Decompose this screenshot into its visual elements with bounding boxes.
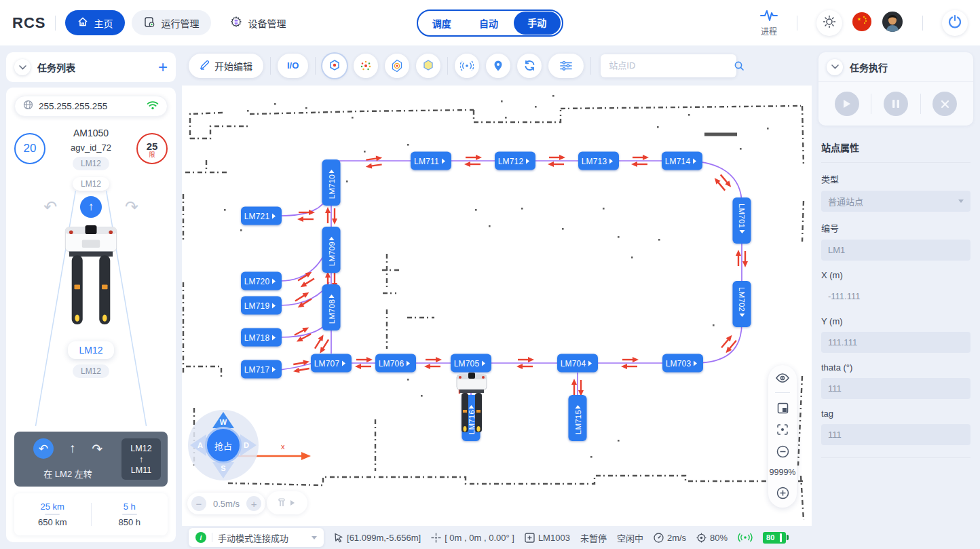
- map-canvas[interactable]: x LM710LM711LM712LM713LM714LM701LM702LM7…: [182, 86, 812, 526]
- field-x: X (m) -111.111: [821, 270, 970, 307]
- station-LM712[interactable]: LM712: [495, 152, 535, 170]
- agv-robot-marker[interactable]: [456, 371, 487, 441]
- layer-rings-button[interactable]: [385, 54, 409, 78]
- forward-button[interactable]: ↑: [80, 196, 102, 218]
- minimap-button[interactable]: [777, 402, 789, 414]
- task-list-panel: 任务列表 + 255.255.255.255 20 AM1050 agv_id_…: [0, 45, 182, 549]
- turn-right-icon[interactable]: ↷: [125, 199, 138, 215]
- station-LM715[interactable]: LM715: [569, 395, 587, 441]
- joystick-up-button[interactable]: W: [212, 412, 234, 428]
- station-search-input[interactable]: [609, 60, 728, 71]
- chevron-down-icon: [19, 65, 26, 70]
- joystick-left-button[interactable]: A: [190, 434, 206, 456]
- sun-icon: [823, 15, 836, 31]
- collapse-button[interactable]: [827, 59, 843, 75]
- zoom-out-button[interactable]: [776, 445, 789, 458]
- turn-left-icon[interactable]: ↶: [43, 199, 57, 215]
- station-LM720[interactable]: LM720: [241, 272, 282, 290]
- theme-button[interactable]: [816, 10, 842, 36]
- nav-item-devices[interactable]: 设备管理: [218, 10, 298, 35]
- field-y: Y (m) 111.111: [821, 316, 970, 353]
- field-code: 编号 LM1: [821, 221, 970, 261]
- station-LM719[interactable]: LM719: [241, 297, 282, 315]
- vehicle-info-row: 20 AM1050 agv_id_72 LM12 25限: [14, 128, 168, 170]
- process-button[interactable]: 进程: [760, 10, 778, 37]
- cancel-button[interactable]: [932, 92, 957, 116]
- station-LM713[interactable]: LM713: [578, 152, 619, 170]
- zoom-in-button[interactable]: [776, 487, 789, 499]
- layer-zones-button[interactable]: [416, 54, 440, 78]
- station-LM706[interactable]: LM706: [375, 354, 416, 373]
- station-LM717[interactable]: LM717: [241, 360, 282, 379]
- collapse-button[interactable]: [14, 59, 31, 75]
- visibility-button[interactable]: [776, 373, 789, 383]
- language-flag[interactable]: [852, 12, 872, 35]
- station-LM705[interactable]: LM705: [451, 354, 491, 373]
- speed-increase-button[interactable]: +: [246, 496, 261, 511]
- io-button[interactable]: I/O: [278, 54, 308, 78]
- station-LM703[interactable]: LM703: [662, 354, 703, 373]
- station-LM714[interactable]: LM714: [662, 152, 702, 170]
- current-station: LM1003: [525, 533, 570, 543]
- user-avatar[interactable]: [882, 11, 903, 35]
- play-icon: [842, 99, 851, 109]
- manual-joystick[interactable]: W A S D 抢占: [188, 410, 259, 480]
- station-LM702[interactable]: LM702: [733, 281, 751, 327]
- mode-option-dispatch[interactable]: 调度: [418, 16, 465, 30]
- joystick-right-button[interactable]: D: [240, 434, 257, 456]
- speed-decrease-button[interactable]: −: [191, 496, 206, 511]
- divider: [55, 16, 56, 31]
- refresh-button[interactable]: [517, 54, 542, 78]
- station-LM708[interactable]: LM708: [322, 284, 341, 330]
- station-LM707[interactable]: LM707: [311, 354, 352, 373]
- station-LM704[interactable]: LM704: [557, 354, 598, 373]
- tag-input[interactable]: 111: [821, 424, 970, 445]
- vehicle-card[interactable]: 255.255.255.255 20 AM1050 agv_id_72 LM12…: [6, 88, 176, 542]
- type-select[interactable]: 普通站点: [821, 191, 970, 212]
- start-edit-button[interactable]: 开始编辑: [189, 54, 263, 78]
- lidar-button[interactable]: [455, 54, 479, 78]
- mode-message-select[interactable]: i 手动模式连接成功: [189, 528, 324, 547]
- station-LM721[interactable]: LM721: [241, 207, 282, 225]
- layer-stations-button[interactable]: [322, 54, 347, 78]
- station-LM718[interactable]: LM718: [241, 328, 282, 347]
- vehicle-ip-field[interactable]: 255.255.255.255: [14, 96, 168, 117]
- axis-x-label: x: [281, 442, 285, 451]
- nav-item-operations[interactable]: 运行管理: [132, 10, 211, 35]
- mode-option-auto[interactable]: 自动: [465, 16, 512, 30]
- add-task-button[interactable]: +: [158, 60, 168, 74]
- play-button[interactable]: [835, 92, 859, 116]
- fork-control[interactable]: [267, 491, 307, 514]
- pencil-icon: [200, 60, 210, 72]
- layer-points-button[interactable]: [354, 54, 378, 78]
- power-button[interactable]: [942, 10, 968, 36]
- pause-button[interactable]: [884, 92, 908, 116]
- locate-button[interactable]: [486, 54, 510, 78]
- cursor-icon: [334, 533, 343, 543]
- station-LM710[interactable]: LM710: [322, 159, 341, 206]
- speed-indicator: 20: [14, 133, 45, 164]
- y-input[interactable]: 111.111: [821, 332, 970, 353]
- yellow-hexagon-icon: [421, 59, 435, 73]
- code-input[interactable]: LM1: [821, 240, 970, 261]
- robot-pose: [ 0m , 0m , 0.00° ]: [431, 533, 514, 543]
- theta-input[interactable]: 111: [821, 378, 970, 399]
- search-icon[interactable]: [734, 60, 745, 71]
- joystick-seize-button[interactable]: 抢占: [205, 427, 242, 463]
- nav-item-home[interactable]: 主页: [65, 10, 125, 35]
- turn-left-active-icon: ↶: [33, 438, 54, 459]
- chevron-down-icon: [831, 64, 839, 69]
- station-properties-title: 站点属性: [821, 140, 970, 163]
- station-LM701[interactable]: LM701: [733, 197, 751, 244]
- x-value: -111.111: [821, 286, 970, 307]
- mode-option-manual[interactable]: 手动: [514, 12, 561, 35]
- topbar-right: 进程: [760, 10, 968, 37]
- joystick-down-button[interactable]: S: [212, 462, 234, 478]
- station-LM709[interactable]: LM709: [322, 227, 341, 273]
- sliders-icon: [559, 60, 573, 72]
- station-LM711[interactable]: LM711: [411, 152, 451, 170]
- center-focus-button[interactable]: [776, 423, 789, 436]
- scatter-dots-icon: [359, 59, 373, 73]
- filter-button[interactable]: [548, 54, 584, 78]
- vehicle-identity: AM1050 agv_id_72 LM12: [71, 128, 111, 170]
